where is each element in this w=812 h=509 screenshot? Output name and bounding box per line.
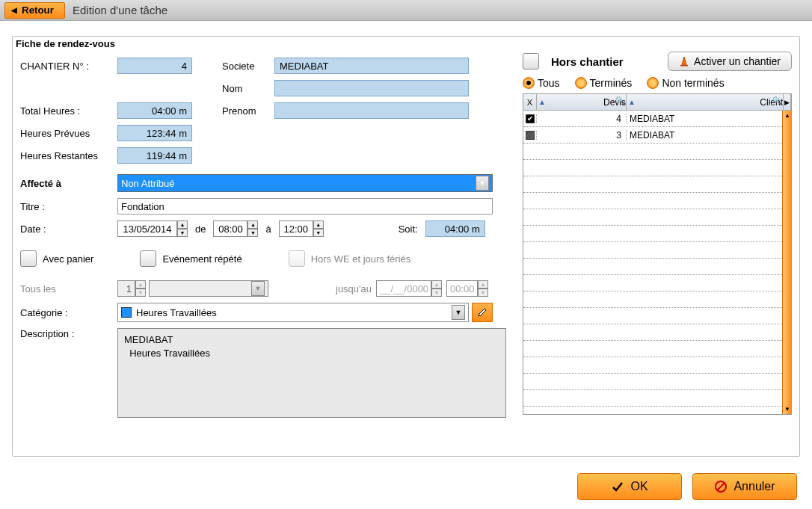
avec-panier-checkbox[interactable] — [20, 250, 37, 267]
table-row[interactable]: 3MEDIABAT — [523, 127, 791, 144]
label-hors-we: Hors WE et jours fériés — [311, 253, 411, 265]
date-field[interactable] — [117, 220, 177, 237]
label-nom: Nom — [222, 83, 267, 94]
table-row — [523, 259, 791, 275]
back-button[interactable]: ◀ Retour — [4, 2, 65, 19]
row-checkbox[interactable] — [526, 131, 535, 140]
check-icon — [611, 480, 624, 493]
col-header-end[interactable]: ▶ — [784, 94, 791, 110]
chantier-number-field[interactable] — [117, 58, 192, 74]
evenement-repete-checkbox[interactable] — [140, 250, 156, 267]
time-from-stepper[interactable]: ▲▼ — [213, 220, 258, 237]
tous-les-value — [117, 280, 135, 297]
label-radio-termines: Terminés — [590, 77, 633, 89]
time-to-field[interactable] — [279, 220, 313, 237]
table-row — [523, 374, 791, 390]
label-a: à — [265, 223, 271, 235]
table-row — [523, 357, 791, 374]
table-row — [523, 341, 791, 357]
affecte-select[interactable]: Non Attribué ▼ — [117, 174, 493, 192]
hors-chantier-checkbox[interactable] — [523, 53, 539, 70]
ok-label: OK — [630, 480, 648, 493]
form-left: CHANTIER N° : Societe Nom Total Heures :… — [20, 58, 514, 424]
scroll-up-icon[interactable]: ▲ — [784, 112, 790, 119]
cell-devis: 3 — [537, 130, 627, 141]
societe-field[interactable] — [274, 58, 469, 74]
nom-field[interactable] — [274, 80, 469, 96]
svg-rect-0 — [680, 65, 688, 67]
label-avec-panier: Avec panier — [43, 253, 93, 265]
total-heures-field[interactable] — [117, 102, 192, 119]
ok-button[interactable]: OK — [577, 473, 682, 500]
svg-line-2 — [717, 483, 725, 490]
sort-icon: ▲ — [538, 98, 546, 106]
prenom-field[interactable] — [274, 102, 469, 119]
jusquau-date — [376, 280, 431, 297]
cell-client: MEDIABAT — [627, 130, 791, 141]
soit-field[interactable] — [425, 220, 485, 237]
table-row — [523, 193, 791, 209]
col-header-devis[interactable]: ▲ Devis 🔍 — [537, 94, 627, 110]
tous-les-unit-select: ▼ — [149, 280, 268, 297]
date-up[interactable]: ▲ — [177, 220, 188, 229]
description-line1: MEDIABAT — [124, 333, 499, 347]
label-total-heures: Total Heures : — [20, 105, 117, 117]
titre-field[interactable] — [117, 198, 493, 215]
categorie-select[interactable]: Heures Travaillées ▼ — [117, 303, 469, 322]
search-icon[interactable]: 🔍 — [615, 96, 624, 105]
hors-we-checkbox — [289, 250, 305, 267]
table-row — [523, 160, 791, 176]
label-description: Description : — [20, 328, 117, 339]
color-swatch-icon — [121, 307, 132, 318]
row-checkbox[interactable]: ✔ — [526, 114, 535, 123]
col-header-client[interactable]: ▲ Client 🔍 — [627, 94, 784, 110]
dropdown-icon: ▼ — [476, 176, 489, 191]
table-row — [523, 209, 791, 226]
table-row — [523, 291, 791, 308]
dialog-buttons: OK Annuler — [577, 473, 797, 500]
table-row — [523, 144, 791, 160]
radio-non-termines[interactable] — [647, 77, 659, 89]
label-categorie: Catégorie : — [20, 307, 117, 318]
scrollbar[interactable]: ▲ ▼ — [782, 111, 791, 414]
date-stepper[interactable]: ▲▼ — [117, 220, 188, 237]
table-row — [523, 275, 791, 291]
pencil-icon — [477, 307, 487, 318]
cancel-button[interactable]: Annuler — [692, 473, 797, 500]
label-evenement-repete: Evénement répété — [162, 253, 242, 265]
label-societe: Societe — [222, 61, 267, 72]
cell-client: MEDIABAT — [627, 114, 791, 124]
table-row[interactable]: ✔4MEDIABAT — [523, 111, 791, 127]
back-label: Retour — [22, 4, 54, 16]
label-titre: Titre : — [20, 201, 117, 212]
edit-category-button[interactable] — [472, 303, 493, 322]
time-to-stepper[interactable]: ▲▼ — [279, 220, 324, 237]
table-row — [523, 176, 791, 193]
radio-termines[interactable] — [575, 77, 587, 89]
scroll-down-icon[interactable]: ▼ — [784, 406, 790, 413]
activer-chantier-button[interactable]: Activer un chantier — [668, 52, 792, 71]
label-radio-non-termines: Non terminés — [662, 77, 724, 89]
description-textarea[interactable]: MEDIABAT Heures Travaillées — [117, 328, 506, 418]
heures-prevues-field[interactable] — [117, 125, 192, 141]
table-row — [523, 324, 791, 341]
heures-restantes-field[interactable] — [117, 147, 192, 164]
chevron-left-icon: ◀ — [11, 6, 17, 14]
radio-tous[interactable] — [523, 77, 535, 89]
chantier-grid: X ▲ Devis 🔍 ▲ Client 🔍 ▶ ✔4MEDIABAT3MEDI… — [523, 93, 792, 415]
label-tous-les: Tous les — [20, 283, 117, 294]
search-icon[interactable]: 🔍 — [772, 96, 781, 105]
label-jusquau: jusqu'au — [336, 283, 372, 294]
dropdown-icon: ▼ — [251, 281, 265, 296]
time-from-field[interactable] — [213, 220, 247, 237]
date-down[interactable]: ▼ — [177, 229, 188, 237]
dropdown-icon: ▼ — [452, 305, 465, 320]
col-header-check[interactable]: X — [523, 94, 537, 110]
grid-header: X ▲ Devis 🔍 ▲ Client 🔍 ▶ — [523, 94, 791, 111]
table-row — [523, 242, 791, 259]
label-chantier: CHANTIER N° : — [20, 61, 117, 72]
cone-icon — [679, 56, 689, 67]
label-affecte: Affecté à — [20, 178, 117, 189]
jusquau-time-stepper: ▲▼ — [446, 280, 488, 297]
jusquau-time — [446, 280, 478, 297]
